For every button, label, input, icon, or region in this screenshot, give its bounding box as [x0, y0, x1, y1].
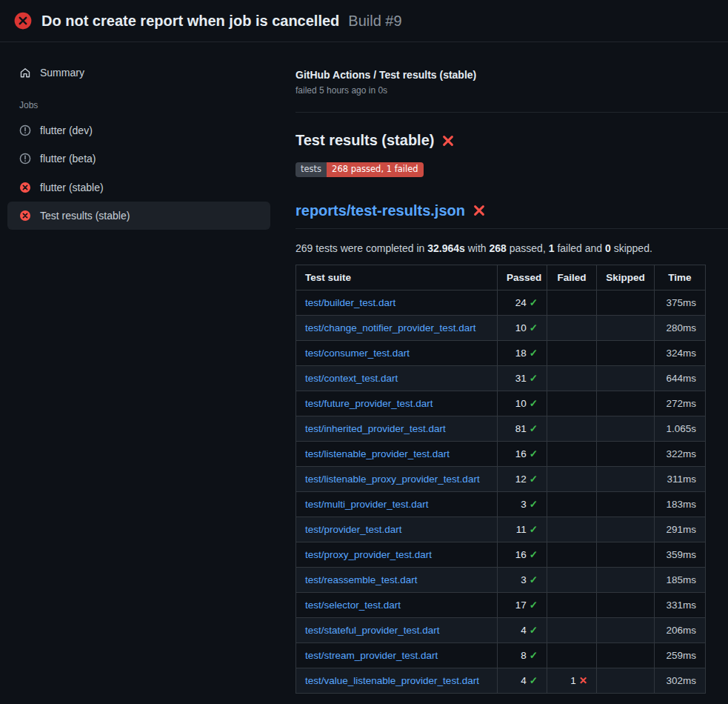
test-suite-link[interactable]: test/provider_test.dart — [305, 524, 402, 535]
passed-cell: 16✓ — [498, 542, 547, 567]
time-cell: 311ms — [655, 466, 706, 491]
page-layout: Summary Jobs flutter (dev) flutter (beta… — [0, 42, 728, 704]
test-suite-link[interactable]: test/selector_test.dart — [305, 600, 401, 611]
sidebar-item-flutter-dev[interactable]: flutter (dev) — [7, 116, 270, 145]
passed-cell: 11✓ — [498, 517, 547, 542]
failed-cell — [547, 290, 597, 315]
check-icon: ✓ — [530, 650, 538, 661]
skipped-cell — [597, 391, 655, 416]
test-suite-link[interactable]: test/value_listenable_provider_test.dart — [305, 675, 479, 686]
table-row: test/change_notifier_provider_test.dart1… — [296, 315, 706, 340]
test-suite-link[interactable]: test/inherited_provider_test.dart — [305, 423, 446, 434]
passed-cell: 12✓ — [498, 466, 547, 491]
table-row: test/proxy_provider_test.dart16✓359ms — [296, 542, 706, 567]
failed-cell — [547, 391, 597, 416]
suite-cell: test/stateful_provider_test.dart — [296, 617, 498, 642]
test-suite-link[interactable]: test/future_provider_test.dart — [305, 398, 433, 409]
time-cell: 183ms — [655, 491, 706, 517]
table-row: test/listenable_proxy_provider_test.dart… — [296, 466, 706, 491]
divider — [295, 112, 728, 113]
neutral-status-icon — [19, 124, 31, 136]
badge-value: 268 passed, 1 failed — [327, 162, 423, 177]
suite-cell: test/reassemble_test.dart — [296, 567, 498, 592]
table-header-row: Test suite Passed Failed Skipped Time — [296, 265, 706, 290]
test-suite-link[interactable]: test/listenable_proxy_provider_test.dart — [305, 474, 480, 485]
failed-cell — [547, 466, 597, 491]
suite-cell: test/future_provider_test.dart — [296, 391, 498, 416]
skipped-cell — [597, 290, 655, 315]
summary-skipped-count: 0 — [605, 242, 611, 254]
check-icon: ✓ — [530, 549, 538, 560]
build-header: Do not create report when job is cancell… — [0, 0, 728, 42]
sidebar-item-label: flutter (dev) — [40, 124, 93, 137]
check-icon: ✓ — [530, 297, 538, 308]
report-link[interactable]: reports/test-results.json — [295, 202, 465, 219]
skipped-cell — [597, 617, 655, 642]
time-cell: 375ms — [655, 290, 706, 315]
check-icon: ✓ — [530, 625, 538, 636]
test-suite-link[interactable]: test/multi_provider_test.dart — [305, 499, 429, 510]
test-suite-link[interactable]: test/builder_test.dart — [305, 297, 395, 308]
sidebar-item-summary[interactable]: Summary — [7, 59, 270, 87]
suite-cell: test/proxy_provider_test.dart — [296, 542, 498, 567]
check-icon: ✓ — [530, 524, 538, 535]
sidebar-item-test-results-stable[interactable]: Test results (stable) — [7, 202, 270, 230]
suite-cell: test/inherited_provider_test.dart — [296, 416, 498, 441]
passed-cell: 10✓ — [498, 391, 547, 416]
col-header-failed: Failed — [547, 265, 597, 290]
test-suite-link[interactable]: test/proxy_provider_test.dart — [305, 549, 432, 560]
skipped-cell — [597, 567, 655, 592]
time-cell: 644ms — [655, 365, 706, 391]
tests-badge: tests 268 passed, 1 failed — [295, 162, 424, 177]
suite-cell: test/builder_test.dart — [296, 290, 498, 315]
test-suite-link[interactable]: test/stream_provider_test.dart — [305, 650, 438, 661]
skipped-cell — [597, 441, 655, 466]
skipped-cell — [597, 542, 655, 567]
time-cell: 322ms — [655, 441, 706, 466]
sidebar-item-label: Summary — [40, 66, 84, 79]
sidebar-item-flutter-beta[interactable]: flutter (beta) — [7, 145, 270, 173]
sidebar: Summary Jobs flutter (dev) flutter (beta… — [0, 42, 278, 704]
section-title: Test results (stable) — [295, 132, 728, 149]
table-row: test/value_listenable_provider_test.dart… — [296, 668, 706, 693]
col-header-time: Time — [655, 265, 706, 290]
table-row: test/listenable_provider_test.dart16✓322… — [296, 441, 706, 466]
jobs-section-label: Jobs — [7, 87, 270, 116]
results-table-body: test/builder_test.dart24✓375mstest/chang… — [296, 290, 706, 693]
table-row: test/multi_provider_test.dart3✓183ms — [296, 491, 706, 517]
skipped-cell — [597, 491, 655, 517]
skipped-cell — [597, 517, 655, 542]
test-suite-link[interactable]: test/change_notifier_provider_test.dart — [305, 322, 475, 333]
badge-label: tests — [295, 162, 327, 177]
check-icon: ✓ — [530, 600, 538, 611]
check-icon: ✓ — [530, 574, 538, 585]
suite-cell: test/stream_provider_test.dart — [296, 642, 498, 668]
suite-cell: test/selector_test.dart — [296, 592, 498, 617]
test-suite-link[interactable]: test/stateful_provider_test.dart — [305, 625, 440, 636]
passed-cell: 81✓ — [498, 416, 547, 441]
failed-status-icon — [13, 11, 33, 30]
neutral-status-icon — [19, 153, 31, 165]
passed-cell: 4✓ — [498, 617, 547, 642]
suite-cell: test/multi_provider_test.dart — [296, 491, 498, 517]
skipped-cell — [597, 315, 655, 340]
passed-cell: 3✓ — [498, 491, 547, 517]
sidebar-item-label: flutter (beta) — [40, 152, 96, 165]
failed-cell — [547, 340, 597, 365]
failed-x-icon — [441, 134, 455, 147]
time-cell: 324ms — [655, 340, 706, 365]
home-icon — [19, 67, 31, 79]
sidebar-item-flutter-stable[interactable]: flutter (stable) — [7, 173, 270, 202]
test-suite-link[interactable]: test/context_test.dart — [305, 373, 398, 384]
test-suite-link[interactable]: test/reassemble_test.dart — [305, 574, 418, 585]
failed-cell — [547, 642, 597, 668]
test-suite-link[interactable]: test/consumer_test.dart — [305, 348, 410, 359]
summary-line: 269 tests were completed in 32.964s with… — [295, 242, 728, 254]
test-suite-link[interactable]: test/listenable_provider_test.dart — [305, 448, 450, 459]
sidebar-item-label: flutter (stable) — [40, 181, 104, 194]
time-cell: 259ms — [655, 642, 706, 668]
failed-cell — [547, 517, 597, 542]
build-title: Do not create report when job is cancell… — [41, 13, 339, 30]
table-row: test/future_provider_test.dart10✓272ms — [296, 391, 706, 416]
skipped-cell — [597, 592, 655, 617]
